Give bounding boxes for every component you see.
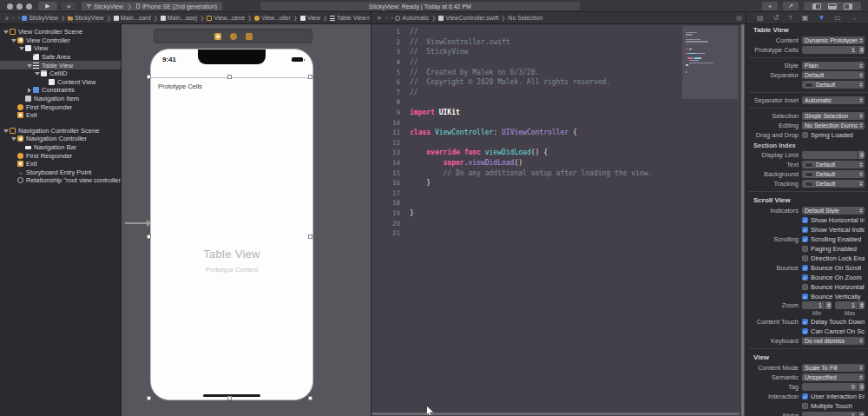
selection-handle[interactable] (308, 234, 312, 239)
code-line[interactable]: 21 (372, 228, 680, 239)
checkbox-bounce-on-scroll[interactable]: ✓ (802, 265, 808, 271)
view-controller-preview[interactable]: 9:41 Prototype Cells Table View Prototyp… (150, 49, 313, 400)
breadcrumb-item[interactable]: Automatic (395, 15, 429, 21)
outline-item-first-responder[interactable]: First Responder (0, 102, 121, 111)
stepper-icon[interactable] (858, 46, 865, 54)
checkbox-bounce-vertically[interactable]: ✓ (802, 294, 808, 300)
disclosure-open-icon[interactable] (11, 38, 16, 43)
selection-handle[interactable] (227, 396, 232, 400)
back-icon[interactable]: ‹ (12, 14, 15, 22)
checkbox-show-horizontal-indicator[interactable]: ✓ (802, 217, 808, 223)
toggle-inspectors-icon[interactable] (844, 3, 852, 10)
stepper-icon[interactable] (858, 301, 865, 309)
color-well[interactable]: Default (802, 170, 865, 178)
selection-handle[interactable] (147, 234, 151, 239)
checkbox-bounce-on-zoom[interactable]: ✓ (802, 274, 808, 281)
dropdown-single-selection[interactable]: Single Selection (802, 112, 865, 120)
color-well[interactable]: Default (802, 180, 865, 188)
close-window-icon[interactable] (7, 3, 13, 10)
code-line[interactable]: 1// (372, 27, 680, 37)
interface-builder-canvas[interactable]: 9:41 Prototype Cells Table View Prototyp… (122, 24, 372, 416)
quick-help-inspector-tab[interactable]: ? (788, 15, 792, 22)
back-icon[interactable]: ‹ (385, 14, 388, 22)
breadcrumb-item[interactable]: View...oller (254, 15, 291, 21)
code-line[interactable]: 7// (372, 88, 680, 98)
outline-item-relationship-root-view-controller[interactable]: Relationship "root view controller"... (0, 176, 121, 185)
outline-item-content-view[interactable]: Content View (0, 78, 121, 87)
color-well[interactable]: Default (802, 161, 865, 168)
file-inspector-tab[interactable]: ▤ (757, 15, 764, 22)
selection-handle[interactable] (308, 75, 312, 79)
forward-icon[interactable]: › (18, 14, 21, 22)
stepper-icon[interactable] (825, 301, 832, 309)
outline-item-safe-area[interactable]: Safe Area (0, 53, 121, 62)
outline-item-navigation-item[interactable]: Navigation Item (0, 95, 121, 103)
connections-inspector-tab[interactable]: → (851, 15, 858, 22)
code-line[interactable]: 9import UIKit (372, 108, 680, 118)
code-line[interactable]: 4// (372, 57, 680, 68)
outline-item-navigation-bar[interactable]: Navigation Bar (0, 143, 121, 152)
code-line[interactable]: 12 (372, 138, 680, 149)
code-line[interactable]: 3// StickyView (372, 47, 680, 57)
outline-item-cellid[interactable]: CellID (0, 69, 121, 78)
outline-item-view-controller-scene[interactable]: View Controller Scene (0, 28, 121, 36)
device-bezels-icon[interactable]: ⌽ (366, 14, 371, 23)
breadcrumb-item[interactable]: StickyView (22, 15, 58, 21)
stepper-icon[interactable] (858, 151, 865, 159)
outline-item-first-responder[interactable]: First Responder (0, 151, 121, 160)
identity-inspector-tab[interactable]: ▣ (802, 15, 809, 22)
code-line[interactable]: 19} (372, 208, 680, 219)
editor-options-button[interactable]: ↗ (783, 2, 799, 10)
color-well[interactable]: Default (802, 81, 865, 89)
storyboard-entry-point-arrow[interactable] (125, 222, 148, 224)
run-button[interactable]: ▶ (38, 2, 57, 10)
breadcrumb-item[interactable]: View (300, 15, 320, 21)
code-line[interactable]: 16 } (372, 178, 680, 188)
value-field[interactable]: 0 (802, 383, 858, 391)
dropdown-unspecified[interactable]: Unspecified (802, 373, 865, 381)
checkbox-direction-lock-enabled[interactable] (802, 255, 808, 261)
code-line[interactable]: 8 (372, 97, 680, 108)
dropdown-default-style[interactable]: Default Style (802, 207, 865, 215)
code-line[interactable]: 6// Copyright © 2020 Malek. All rights r… (372, 77, 680, 88)
disclosure-open-icon[interactable] (3, 129, 8, 133)
value-field[interactable]: 1 (802, 301, 825, 309)
checkbox-spring-loaded[interactable] (802, 132, 808, 138)
minimize-window-icon[interactable] (16, 3, 23, 10)
breadcrumb-item[interactable]: No Selection (508, 15, 542, 21)
disclosure-open-icon[interactable] (19, 46, 23, 50)
checkbox-paging-enabled[interactable] (802, 246, 808, 252)
outline-item-view-controller[interactable]: View Controller (0, 36, 121, 45)
code-line[interactable]: 11class ViewController: UIViewController… (372, 128, 680, 138)
breadcrumb-item[interactable]: View...cene (207, 15, 245, 21)
checkbox-scrolling-enabled[interactable]: ✓ (802, 236, 808, 242)
vertical-scrollbar[interactable] (741, 24, 744, 416)
stepper-icon[interactable] (858, 383, 865, 391)
dropdown-scale-to-fill[interactable]: Scale To Fill (802, 364, 865, 372)
checkbox-bounce-horizontally[interactable] (802, 284, 808, 290)
code-area[interactable]: 1//2// ViewController.swift3// StickyVie… (372, 27, 680, 238)
scheme-selector[interactable]: StickyView ❯ iPhone SE (2nd generation) (82, 2, 222, 10)
dropdown-dynamic-prototypes[interactable]: Dynamic Prototypes (802, 36, 865, 44)
selection-handle[interactable] (308, 396, 312, 400)
breadcrumb-item[interactable]: Main...oard (114, 15, 151, 21)
code-line[interactable]: 10 (372, 117, 680, 128)
table-view-placeholder[interactable]: Table View Prototype Content (151, 248, 312, 274)
selection-handle[interactable] (227, 75, 232, 79)
disclosure-open-icon[interactable] (3, 30, 8, 34)
stop-button[interactable]: ■ (61, 2, 76, 10)
value-field[interactable]: 1 (835, 301, 858, 309)
close-editor-icon[interactable]: ✕ (377, 15, 382, 22)
adjust-editor-options-icon[interactable]: ◎ (736, 14, 742, 22)
exit-icon[interactable] (246, 33, 253, 40)
selection-handle[interactable] (147, 396, 151, 400)
code-line[interactable]: 20 (372, 218, 680, 228)
dropdown-default[interactable]: Default (802, 71, 865, 79)
stepper-icon[interactable] (858, 412, 865, 416)
selection-handle[interactable] (147, 75, 151, 79)
run-destination[interactable]: iPhone SE (2nd generation) (142, 3, 217, 10)
dropdown-do-not-dismiss[interactable]: Do not dismiss (802, 337, 865, 345)
dropdown-plain[interactable]: Plain (802, 62, 865, 69)
outline-item-constraints[interactable]: Constraints (0, 86, 121, 95)
outline-item-table-view[interactable]: Table View (0, 61, 121, 69)
